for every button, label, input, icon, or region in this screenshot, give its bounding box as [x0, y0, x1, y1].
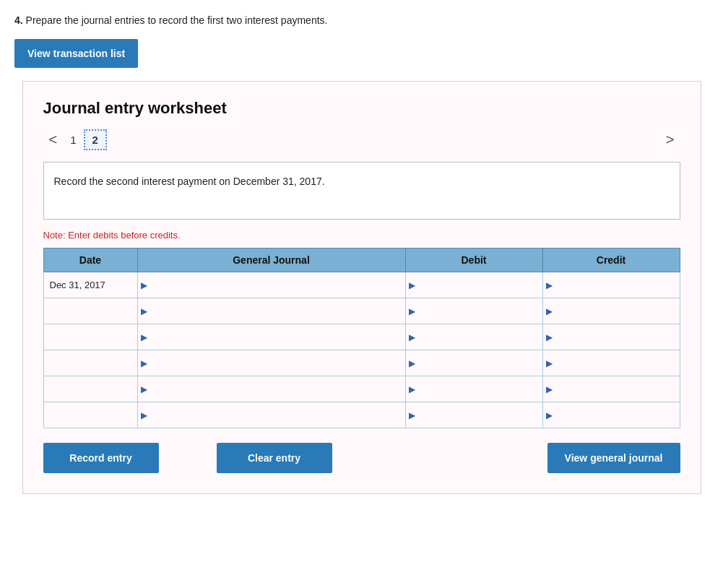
date-cell-1 — [43, 298, 137, 324]
date-cell-2 — [43, 324, 137, 350]
debit-cell-5: ▶ — [405, 402, 542, 428]
journal-input-1[interactable] — [147, 303, 405, 319]
record-entry-button[interactable]: Record entry — [43, 443, 159, 473]
credit-marker-1: ▶ — [543, 306, 553, 316]
button-row: Record entry Clear entry View general jo… — [43, 443, 680, 473]
debit-marker-0: ▶ — [406, 280, 415, 290]
credit-input-3[interactable] — [553, 355, 680, 371]
date-cell-5 — [43, 402, 137, 428]
header-debit: Debit — [405, 248, 542, 272]
journal-cell-3: ▶ — [137, 350, 405, 376]
debit-marker-4: ▶ — [406, 384, 415, 394]
table-row: ▶ ▶ ▶ — [43, 402, 680, 428]
question-text: 4. Prepare the journal entries to record… — [14, 14, 709, 26]
credit-cell-5: ▶ — [542, 402, 680, 428]
journal-cell-0: ▶ — [137, 272, 405, 298]
prev-page-button[interactable]: < — [43, 130, 64, 150]
credit-input-0[interactable] — [553, 277, 680, 293]
debit-cell-0: ▶ — [405, 272, 542, 298]
credit-cell-2: ▶ — [542, 324, 680, 350]
table-row: Dec 31, 2017 ▶ ▶ ▶ — [43, 272, 680, 298]
view-transaction-button[interactable]: View transaction list — [14, 39, 138, 68]
journal-cell-2: ▶ — [137, 324, 405, 350]
clear-entry-button[interactable]: Clear entry — [217, 443, 332, 473]
debit-input-2[interactable] — [415, 329, 542, 345]
journal-cell-4: ▶ — [137, 376, 405, 402]
journal-marker-0: ▶ — [138, 280, 147, 290]
page-1-button[interactable]: 1 — [63, 131, 83, 149]
next-page-button[interactable]: > — [660, 130, 680, 150]
credit-input-5[interactable] — [553, 407, 680, 423]
journal-cell-1: ▶ — [137, 298, 405, 324]
journal-input-4[interactable] — [147, 381, 405, 397]
table-row: ▶ ▶ ▶ — [43, 350, 680, 376]
description-text: Record the second interest payment on De… — [54, 176, 325, 187]
debit-input-0[interactable] — [415, 277, 542, 293]
header-credit: Credit — [542, 248, 680, 272]
credit-marker-4: ▶ — [543, 384, 553, 394]
credit-cell-3: ▶ — [542, 350, 680, 376]
debit-input-3[interactable] — [415, 355, 542, 371]
view-general-journal-button[interactable]: View general journal — [547, 443, 680, 473]
question-body: Prepare the journal entries to record th… — [26, 14, 328, 26]
table-row: ▶ ▶ ▶ — [43, 376, 680, 402]
debit-cell-2: ▶ — [405, 324, 542, 350]
credit-marker-5: ▶ — [543, 410, 553, 420]
header-date: Date — [43, 248, 137, 272]
pagination-row: < 1 2 > — [43, 129, 680, 150]
page-2-button[interactable]: 2 — [84, 129, 107, 150]
credit-input-4[interactable] — [553, 381, 680, 397]
debit-marker-5: ▶ — [406, 410, 415, 420]
debit-input-4[interactable] — [415, 381, 542, 397]
worksheet-container: Journal entry worksheet < 1 2 > Record t… — [22, 81, 701, 494]
journal-marker-1: ▶ — [138, 306, 147, 316]
journal-marker-4: ▶ — [138, 384, 147, 394]
credit-cell-4: ▶ — [542, 376, 680, 402]
journal-marker-2: ▶ — [138, 332, 147, 342]
note-text: Note: Enter debits before credits. — [43, 230, 680, 241]
credit-cell-1: ▶ — [542, 298, 680, 324]
debit-input-5[interactable] — [415, 407, 542, 423]
journal-input-5[interactable] — [147, 407, 405, 423]
table-row: ▶ ▶ ▶ — [43, 298, 680, 324]
debit-marker-2: ▶ — [406, 332, 415, 342]
question-number: 4. — [14, 14, 23, 26]
journal-marker-3: ▶ — [138, 358, 147, 368]
debit-cell-4: ▶ — [405, 376, 542, 402]
journal-input-3[interactable] — [147, 355, 405, 371]
worksheet-title: Journal entry worksheet — [43, 99, 680, 118]
credit-input-1[interactable] — [553, 303, 680, 319]
journal-input-0[interactable] — [147, 277, 405, 293]
credit-input-2[interactable] — [553, 329, 680, 345]
journal-table: Date General Journal Debit Credit Dec 31… — [43, 248, 680, 428]
journal-cell-5: ▶ — [137, 402, 405, 428]
description-box: Record the second interest payment on De… — [43, 162, 680, 220]
debit-input-1[interactable] — [415, 303, 542, 319]
credit-marker-2: ▶ — [543, 332, 553, 342]
header-general-journal: General Journal — [137, 248, 405, 272]
debit-marker-3: ▶ — [406, 358, 415, 368]
credit-marker-0: ▶ — [543, 280, 553, 290]
date-cell-0: Dec 31, 2017 — [43, 272, 137, 298]
credit-cell-0: ▶ — [542, 272, 680, 298]
date-cell-3 — [43, 350, 137, 376]
credit-marker-3: ▶ — [543, 358, 553, 368]
journal-marker-5: ▶ — [138, 410, 147, 420]
date-cell-4 — [43, 376, 137, 402]
debit-marker-1: ▶ — [406, 306, 415, 316]
journal-input-2[interactable] — [147, 329, 405, 345]
debit-cell-3: ▶ — [405, 350, 542, 376]
table-row: ▶ ▶ ▶ — [43, 324, 680, 350]
debit-cell-1: ▶ — [405, 298, 542, 324]
